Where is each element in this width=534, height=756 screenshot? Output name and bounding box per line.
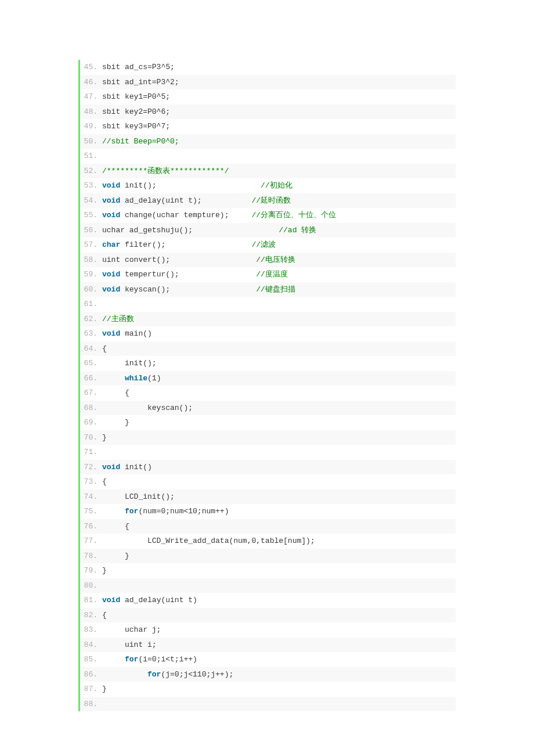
code-line: 57.char filter(); //滤波 [80,237,456,253]
line-content: void keyscan(); //键盘扫描 [102,282,456,297]
line-number: 88. [80,697,102,712]
line-content: for(j=0;j<110;j++); [102,667,456,682]
line-number: 67. [80,386,102,401]
code-line: 73.{ [80,474,456,489]
code-line: 75. for(num=0;num<10;num++) [80,504,456,519]
line-number: 73. [80,474,102,489]
line-number: 85. [80,652,102,667]
code-line: 52./*********函数表************/ [80,164,456,179]
code-line: 49.sbit key3=P0^7; [80,119,456,134]
code-line: 50.//sbit Beep=P0^0; [80,134,456,149]
line-content: void change(uchar tempture); //分离百位、十位、个… [102,208,456,223]
code-line: 59.void tempertur(); //度温度 [80,267,456,282]
line-content: uchar ad_getshuju(); //ad 转换 [102,223,456,238]
line-number: 60. [80,282,102,297]
line-content: while(1) [102,371,456,386]
code-line: 53.void init(); //初始化 [80,178,456,193]
code-line: 60.void keyscan(); //键盘扫描 [80,282,456,297]
line-content [102,697,456,712]
line-number: 54. [80,193,102,208]
code-line: 64.{ [80,341,456,357]
line-number: 71. [80,445,102,460]
code-line: 55.void change(uchar tempture); //分离百位、十… [80,208,456,223]
code-line: 63.void main() [80,326,456,341]
line-content: LCD_init(); [102,489,456,505]
line-content: //主函数 [102,312,456,327]
code-line: 86. for(j=0;j<110;j++); [80,667,456,682]
line-content: { [102,341,456,357]
line-content: sbit key1=P0^5; [102,89,456,105]
line-number: 70. [80,430,102,445]
line-content [102,578,456,593]
code-line: 47.sbit key1=P0^5; [80,89,456,105]
code-line: 56.uchar ad_getshuju(); //ad 转换 [80,223,456,238]
line-content: } [102,430,456,445]
line-content: void init() [102,460,456,475]
code-line: 46.sbit ad_int=P3^2; [80,75,456,90]
line-content: for(num=0;num<10;num++) [102,504,456,519]
line-number: 56. [80,223,102,238]
code-line: 48.sbit key2=P0^6; [80,105,456,120]
line-number: 58. [80,253,102,268]
code-line: 72.void init() [80,460,456,475]
code-line: 70.} [80,430,456,445]
line-number: 52. [80,164,102,179]
line-content: /*********函数表************/ [102,164,456,179]
line-content: void ad_delay(uint t) [102,593,456,608]
line-content: { [102,608,456,623]
line-number: 69. [80,415,102,430]
line-number: 47. [80,89,102,105]
line-content: } [102,549,456,564]
line-number: 75. [80,504,102,519]
line-content: uchar j; [102,622,456,638]
code-line: 62.//主函数 [80,312,456,327]
line-number: 45. [80,60,102,75]
line-number: 68. [80,401,102,416]
code-line: 81.void ad_delay(uint t) [80,593,456,608]
line-number: 49. [80,119,102,134]
code-line: 67. { [80,386,456,401]
line-content: LCD_Write_add_data(num,0,table[num]); [102,534,456,549]
line-number: 83. [80,622,102,638]
line-number: 82. [80,608,102,623]
line-content: void main() [102,326,456,341]
line-number: 50. [80,134,102,149]
code-line: 85. for(i=0;i<t;i++) [80,652,456,667]
line-number: 62. [80,312,102,327]
line-content: } [102,682,456,697]
line-content: } [102,415,456,430]
code-line: 78. } [80,549,456,564]
line-content: { [102,386,456,401]
line-content: //sbit Beep=P0^0; [102,134,456,149]
line-content: sbit ad_int=P3^2; [102,75,456,90]
line-number: 59. [80,267,102,282]
line-number: 61. [80,297,102,312]
line-number: 78. [80,549,102,564]
line-content: sbit key2=P0^6; [102,105,456,120]
code-line: 82.{ [80,608,456,623]
line-content [102,297,456,312]
code-line: 79.} [80,563,456,578]
code-line: 65. init(); [80,356,456,371]
line-number: 84. [80,638,102,653]
line-content: uint convert(); //电压转换 [102,253,456,268]
code-line: 83. uchar j; [80,622,456,638]
code-line: 68. keyscan(); [80,401,456,416]
code-block: 45.sbit ad_cs=P3^5; 46.sbit ad_int=P3^2;… [78,60,456,711]
line-number: 65. [80,356,102,371]
line-content: void init(); //初始化 [102,178,456,193]
line-content: sbit ad_cs=P3^5; [102,60,456,75]
line-content [102,149,456,164]
code-line: 74. LCD_init(); [80,489,456,505]
code-line: 61. [80,297,456,312]
line-content: char filter(); //滤波 [102,237,456,253]
code-line: 71. [80,445,456,460]
line-number: 55. [80,208,102,223]
line-content: } [102,563,456,578]
line-number: 53. [80,178,102,193]
line-number: 48. [80,105,102,120]
line-content: for(i=0;i<t;i++) [102,652,456,667]
line-number: 72. [80,460,102,475]
line-content: void tempertur(); //度温度 [102,267,456,282]
line-number: 81. [80,593,102,608]
